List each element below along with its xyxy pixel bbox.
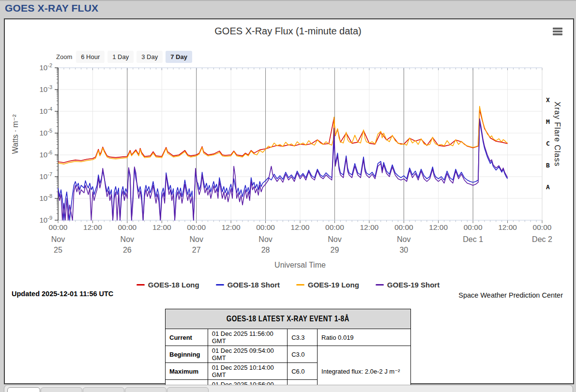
event-table-title: GOES-18 LATEST X-RAY EVENT 1-8Å — [166, 309, 411, 329]
day-label: 28 — [244, 245, 288, 256]
day-label: 26 — [106, 245, 149, 256]
zoom-button-group: Zoom 6 Hour1 Day3 Day7 Day — [56, 50, 192, 63]
y-axis-title: Watts · m⁻² — [0, 136, 49, 154]
page-title: GOES X-RAY FLUX — [5, 2, 98, 14]
flare-class-m: M — [546, 118, 550, 125]
chart-menu-button[interactable] — [551, 27, 564, 37]
xray-flux-plot[interactable] — [53, 65, 547, 227]
x-tick-label: 12:00 — [214, 223, 248, 232]
day-label: Nov — [313, 234, 356, 245]
zoom-button-1-day[interactable]: 1 Day — [107, 51, 134, 63]
x-tick-label: 12:00 — [422, 223, 455, 232]
right-axis-title: Xray Flare Class — [553, 102, 561, 166]
bottom-tab[interactable] — [83, 387, 124, 392]
day-label: Nov — [244, 234, 288, 245]
bottom-tab[interactable] — [7, 387, 40, 392]
legend-line-swatch — [216, 284, 224, 286]
x-tick-label: 00:00 — [387, 223, 421, 232]
legend-label: GOES-18 Short — [227, 281, 280, 289]
x-tick-label: 12:00 — [145, 223, 179, 232]
day-label: Nov — [382, 234, 425, 245]
y-tick-label: 10-4 — [18, 106, 52, 115]
day-label: 27 — [175, 245, 218, 256]
y-tick-label: 10-3 — [18, 84, 52, 93]
zoom-label: Zoom — [56, 53, 72, 60]
x-tick-label: 12:00 — [76, 223, 109, 232]
y-tick-label: 10-8 — [18, 193, 52, 202]
row-class-cell: C3.0 — [288, 346, 318, 363]
day-label: 30 — [382, 245, 425, 256]
row-label-cell: Current — [166, 329, 208, 346]
row-class-cell: C6.0 — [288, 363, 318, 380]
row-label-cell: Beginning — [166, 346, 208, 363]
day-label: 29 — [313, 245, 356, 256]
day-label: Dec 1 — [451, 234, 495, 245]
row-class-cell: C3.3 — [288, 329, 318, 346]
table-row: Current01 Dec 2025 11:56:00 GMTC3.3Ratio… — [166, 329, 411, 346]
x-tick-label: 12:00 — [352, 223, 386, 232]
flare-class-b: B — [546, 162, 550, 169]
row-label-cell: Maximum — [166, 363, 208, 380]
chart-legend: GOES-18 LongGOES-18 ShortGOES-19 LongGOE… — [0, 281, 576, 289]
bottom-tab-strip — [4, 385, 573, 392]
bottom-tab[interactable] — [125, 387, 167, 392]
x-tick-label: 00:00 — [180, 223, 213, 232]
x-tick-label: 00:00 — [456, 223, 490, 232]
day-label: Dec 2 — [520, 234, 564, 245]
x-tick-label: 00:00 — [525, 223, 559, 232]
flare-class-a: A — [546, 183, 550, 191]
x-tick-label: 00:00 — [110, 223, 144, 232]
x-axis-title: Universal Time — [0, 261, 576, 270]
series-goes-19-short — [58, 119, 508, 220]
zoom-button-3-day[interactable]: 3 Day — [136, 51, 163, 63]
day-label: Nov — [106, 234, 149, 245]
legend-label: GOES-18 Long — [148, 281, 199, 289]
chart-title: GOES X-Ray Flux (1-minute data) — [0, 26, 576, 37]
legend-item-goes-19-short[interactable]: GOES-19 Short — [376, 281, 440, 289]
series-goes-18-short — [58, 121, 508, 221]
row-time-cell: 01 Dec 2025 09:54:00 GMT — [208, 346, 287, 363]
row-time-cell: 01 Dec 2025 10:14:00 GMT — [208, 363, 287, 380]
updated-timestamp: Updated 2025-12-01 11:56 UTC — [12, 290, 113, 298]
x-tick-label: 12:00 — [491, 223, 525, 232]
legend-line-swatch — [296, 284, 304, 286]
flare-class-c: C — [546, 140, 550, 147]
hamburger-icon — [553, 33, 562, 35]
zoom-button-6-hour[interactable]: 6 Hour — [76, 51, 105, 63]
row-note-cell: Ratio 0.019 — [318, 329, 411, 346]
x-tick-label: 00:00 — [249, 223, 283, 232]
legend-item-goes-19-long[interactable]: GOES-19 Long — [296, 281, 359, 289]
hamburger-icon — [553, 28, 562, 30]
day-label: Nov — [175, 234, 218, 245]
row-time-cell: 01 Dec 2025 11:56:00 GMT — [208, 329, 287, 346]
hamburger-icon — [553, 30, 562, 32]
y-tick-label: 10-7 — [18, 171, 52, 181]
day-label: Nov — [36, 234, 80, 245]
y-tick-label: 10-2 — [18, 62, 52, 72]
x-tick-label: 12:00 — [283, 223, 317, 232]
xray-event-table: GOES-18 LATEST X-RAY EVENT 1-8Å Current0… — [165, 309, 411, 392]
zoom-button-7-day[interactable]: 7 Day — [166, 51, 192, 63]
table-row: Beginning01 Dec 2025 09:54:00 GMTC3.0Int… — [166, 346, 411, 363]
legend-item-goes-18-short[interactable]: GOES-18 Short — [216, 281, 280, 289]
legend-line-swatch — [376, 284, 384, 286]
legend-label: GOES-19 Short — [387, 281, 440, 289]
bottom-tab[interactable] — [167, 387, 209, 392]
legend-item-goes-18-long[interactable]: GOES-18 Long — [136, 281, 199, 289]
legend-line-swatch — [136, 284, 145, 286]
x-tick-label: 00:00 — [318, 223, 351, 232]
source-attribution: Space Weather Prediction Center — [458, 291, 563, 299]
flare-class-x: X — [546, 96, 550, 104]
y-tick-label: 10-5 — [18, 128, 52, 137]
series-goes-19-long — [58, 106, 508, 164]
day-label: 25 — [36, 245, 80, 256]
bottom-tab[interactable] — [41, 387, 82, 392]
legend-label: GOES-19 Long — [308, 281, 359, 289]
x-tick-label: 00:00 — [41, 223, 75, 232]
